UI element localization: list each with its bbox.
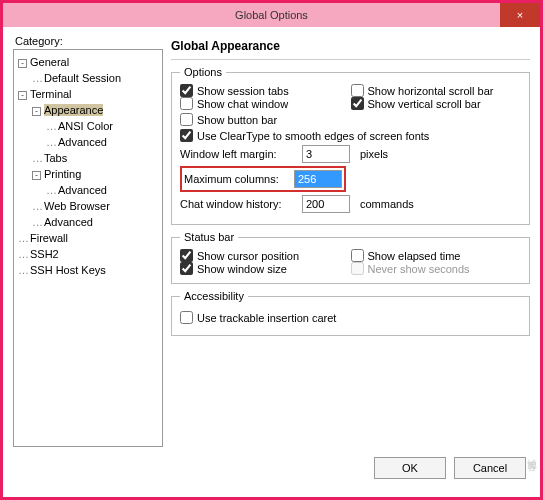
show-horizontal-scroll-checkbox[interactable]: Show horizontal scroll bar <box>351 84 522 97</box>
titlebar: Global Options × <box>3 3 540 27</box>
tree-node-tabs[interactable]: Tabs <box>44 152 67 164</box>
category-tree[interactable]: -General …Default Session -Terminal -App… <box>13 49 163 447</box>
show-button-bar-checkbox[interactable]: Show button bar <box>180 113 277 126</box>
tree-node-advanced[interactable]: Advanced <box>44 216 93 228</box>
cancel-button[interactable]: Cancel <box>454 457 526 479</box>
accessibility-group: Accessibility Use trackable insertion ca… <box>171 290 530 336</box>
collapse-icon[interactable]: - <box>18 59 27 68</box>
maximum-columns-label: Maximum columns: <box>184 173 294 185</box>
tree-node-web-browser[interactable]: Web Browser <box>44 200 110 212</box>
use-trackable-caret-checkbox[interactable]: Use trackable insertion caret <box>180 311 336 324</box>
collapse-icon[interactable]: - <box>32 171 41 180</box>
window-left-margin-input[interactable] <box>302 145 350 163</box>
dialog-window: Global Options × Category: -General …Def… <box>0 0 543 500</box>
show-elapsed-time-checkbox[interactable]: Show elapsed time <box>351 249 522 262</box>
tree-node-advanced[interactable]: Advanced <box>58 136 107 148</box>
status-bar-legend: Status bar <box>180 231 238 243</box>
dialog-footer: OK Cancel <box>3 457 540 489</box>
chat-window-history-input[interactable] <box>302 195 350 213</box>
settings-panel: Global Appearance Options Show session t… <box>171 35 530 451</box>
tree-node-appearance[interactable]: Appearance <box>44 104 103 116</box>
options-legend: Options <box>180 66 226 78</box>
tree-node-advanced[interactable]: Advanced <box>58 184 107 196</box>
options-group: Options Show session tabs Show horizonta… <box>171 66 530 225</box>
show-cursor-position-checkbox[interactable]: Show cursor position <box>180 249 351 262</box>
tree-node-general[interactable]: General <box>30 56 69 68</box>
show-vertical-scroll-checkbox[interactable]: Show vertical scroll bar <box>351 97 522 110</box>
tree-node-terminal[interactable]: Terminal <box>30 88 72 100</box>
commands-label: commands <box>360 198 414 210</box>
chat-window-history-label: Chat window history: <box>180 198 298 210</box>
never-show-seconds-checkbox: Never show seconds <box>351 262 522 275</box>
tree-node-default-session[interactable]: Default Session <box>44 72 121 84</box>
close-icon: × <box>517 9 523 21</box>
show-window-size-checkbox[interactable]: Show window size <box>180 262 351 275</box>
use-cleartype-checkbox[interactable]: Use ClearType to smooth edges of screen … <box>180 129 429 142</box>
show-chat-window-checkbox[interactable]: Show chat window <box>180 97 351 110</box>
collapse-icon[interactable]: - <box>32 107 41 116</box>
window-title: Global Options <box>235 9 308 21</box>
accessibility-legend: Accessibility <box>180 290 248 302</box>
tree-node-firewall[interactable]: Firewall <box>30 232 68 244</box>
tree-node-printing[interactable]: Printing <box>44 168 81 180</box>
close-button[interactable]: × <box>500 3 540 27</box>
highlight-annotation: Maximum columns: <box>180 166 346 192</box>
category-label: Category: <box>15 35 163 47</box>
maximum-columns-input[interactable] <box>294 170 342 188</box>
window-left-margin-label: Window left margin: <box>180 148 298 160</box>
watermark: 博客 <box>524 451 538 455</box>
ok-button[interactable]: OK <box>374 457 446 479</box>
collapse-icon[interactable]: - <box>18 91 27 100</box>
tree-node-ssh2[interactable]: SSH2 <box>30 248 59 260</box>
tree-node-ansi-color[interactable]: ANSI Color <box>58 120 113 132</box>
pixels-label: pixels <box>360 148 388 160</box>
tree-node-ssh-host-keys[interactable]: SSH Host Keys <box>30 264 106 276</box>
panel-heading: Global Appearance <box>171 35 530 60</box>
show-session-tabs-checkbox[interactable]: Show session tabs <box>180 84 351 97</box>
status-bar-group: Status bar Show cursor position Show ela… <box>171 231 530 284</box>
